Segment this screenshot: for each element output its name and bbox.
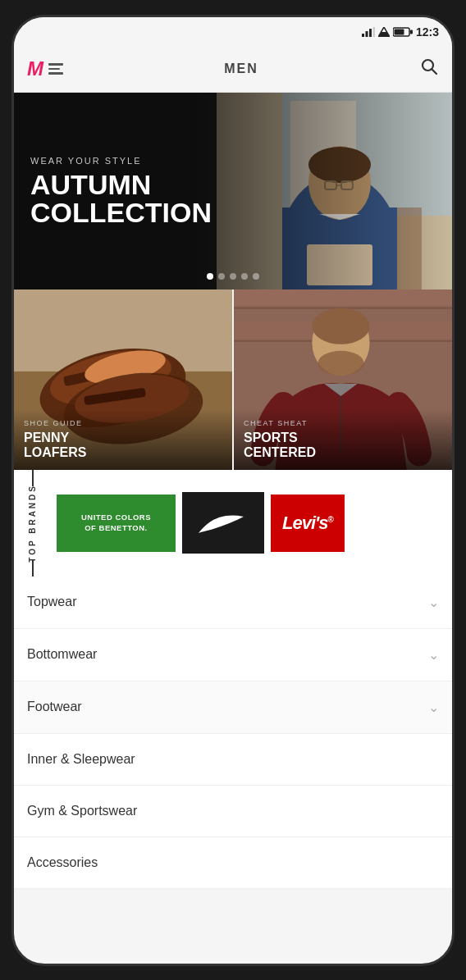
battery-icon [393,27,413,37]
bottomwear-chevron: ⌄ [428,647,439,663]
phone-frame: 12:3 M MEN [11,15,455,966]
svg-point-39 [312,308,369,344]
accessories-label: Accessories [27,855,98,870]
penny-loafers-card[interactable]: SHOE GUIDE PENNYLOAFERS [14,289,232,470]
topwear-label: Topwear [27,595,76,609]
status-time: 12:3 [416,25,439,39]
category-item-gymwear[interactable]: Gym & Sportswear [14,786,452,837]
category-item-footwear[interactable]: Footwear ⌄ [14,681,452,734]
innerwear-label: Inner & Sleepwear [27,752,135,767]
sports-centered-card[interactable]: CHEAT SHEAT SPORTSCENTERED [234,289,452,470]
card-tag-left: SHOE GUIDE [24,419,222,427]
carousel-dot-1[interactable] [207,273,213,280]
topwear-chevron: ⌄ [428,595,439,610]
data-signal-icon [378,27,390,37]
carousel-dot-3[interactable] [230,273,236,280]
category-item-accessories[interactable]: Accessories [14,837,452,889]
card-overlay-right: CHEAT SHEAT SPORTSCENTERED [234,409,452,469]
signal-icon [362,27,375,37]
carousel-dot-2[interactable] [218,273,225,280]
logo-m-letter: M [27,57,43,80]
carousel-dots [207,273,259,280]
category-item-bottomwear[interactable]: Bottomwear ⌄ [14,629,452,681]
levis-brand[interactable]: Levi's® [271,495,345,552]
brands-section: TOP BRANDS UNITED COLORSOF BENETTON. [14,470,452,577]
logo: M [27,57,63,80]
hero-banner[interactable]: WEAR YOUR STYLE AUTUMNCOLLECTION [14,93,452,289]
footwear-chevron: ⌄ [428,700,439,715]
category-cards: SHOE GUIDE PENNYLOAFERS [14,289,452,470]
card-tag-right: CHEAT SHEAT [244,419,442,427]
gymwear-label: Gym & Sportswear [27,804,137,818]
svg-rect-7 [394,29,404,34]
hero-title: AUTUMNCOLLECTION [30,171,212,226]
footwear-label: Footwear [27,700,82,714]
category-item-innerwear[interactable]: Inner & Sleepwear [14,734,452,786]
status-icons: 12:3 [362,25,439,39]
header: M MEN [14,47,452,93]
svg-rect-34 [234,289,452,306]
card-overlay-left: SHOE GUIDE PENNYLOAFERS [14,409,232,469]
logo-lines [48,63,63,75]
status-bar: 12:3 [14,17,452,47]
card-title-left: PENNYLOAFERS [24,431,222,459]
carousel-dot-5[interactable] [253,273,259,280]
svg-rect-0 [362,34,364,37]
header-title: MEN [224,62,258,76]
svg-marker-5 [378,27,390,37]
category-list: Topwear ⌄ Bottomwear ⌄ Footwear ⌄ Inner … [14,577,452,889]
carousel-dot-4[interactable] [241,273,248,280]
svg-rect-1 [365,31,368,37]
brands-logos: UNITED COLORSOF BENETTON. Levi's® [50,484,452,562]
svg-rect-3 [372,27,375,37]
svg-rect-2 [369,29,372,37]
nike-swoosh-svg [194,507,252,540]
hero-subtitle: WEAR YOUR STYLE [30,156,212,166]
bottomwear-label: Bottomwear [27,647,97,662]
svg-line-10 [432,70,437,75]
category-item-topwear[interactable]: Topwear ⌄ [14,577,452,629]
svg-point-40 [318,350,363,375]
svg-rect-8 [410,30,413,34]
nike-logo [182,492,264,554]
hero-text: WEAR YOUR STYLE AUTUMNCOLLECTION [30,156,212,226]
benetton-text: UNITED COLORSOF BENETTON. [81,513,151,533]
benetton-brand[interactable]: UNITED COLORSOF BENETTON. [57,495,176,552]
search-icon[interactable] [419,57,439,81]
levis-text: Levi's® [282,513,333,534]
card-title-right: SPORTSCENTERED [244,431,442,459]
levis-logo: Levi's® [271,495,345,552]
benetton-logo: UNITED COLORSOF BENETTON. [57,495,176,552]
brands-label-container: TOP BRANDS [14,470,50,577]
nike-brand[interactable] [182,492,264,554]
brands-label: TOP BRANDS [28,484,37,563]
